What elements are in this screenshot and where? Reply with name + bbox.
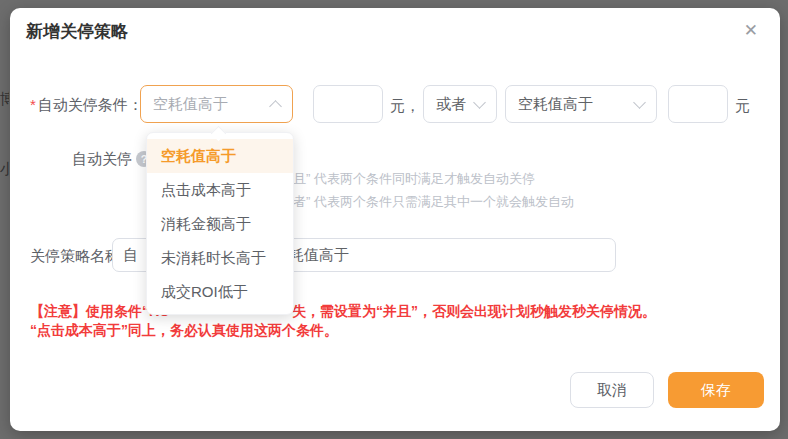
amount-input-2-wrap [668, 85, 728, 123]
dropdown-option[interactable]: 未消耗时长高于 [147, 241, 293, 275]
unit-label-2: 元 [735, 97, 750, 116]
auto-shutdown-label: 自动关停 [72, 150, 132, 169]
logic-select-value: 或者 [436, 95, 475, 114]
condition-dropdown-menu: 空耗值高于 点击成本高于 消耗金额高于 未消耗时长高于 成交ROI低于 [146, 132, 294, 315]
strategy-name-fragment-right: 耗值高于 [289, 239, 349, 271]
unit-label-1: 元， [390, 97, 420, 116]
condition-select-1[interactable]: 空耗值高于 [140, 85, 293, 123]
logic-select[interactable]: 或者 [423, 85, 497, 123]
condition-select-2[interactable]: 空耗值高于 [505, 85, 657, 123]
chevron-down-icon [473, 96, 486, 109]
amount-input-2[interactable] [669, 86, 727, 122]
amount-input-1[interactable] [314, 86, 382, 122]
dropdown-option-selected[interactable]: 空耗值高于 [147, 139, 293, 173]
condition-label-text: 自动关停条件： [38, 96, 143, 113]
notice-line-2: “点击成本高于”同上，务必认真使用这两个条件。 [30, 322, 338, 340]
condition-select-1-value: 空耗值高于 [153, 95, 271, 114]
save-button[interactable]: 保存 [668, 372, 764, 408]
chevron-up-icon [269, 100, 282, 113]
condition-select-2-value: 空耗值高于 [518, 95, 635, 114]
dropdown-option[interactable]: 消耗金额高于 [147, 207, 293, 241]
required-mark: * [30, 96, 36, 113]
strategy-name-fragment-left: 自 [123, 239, 138, 271]
dialog-title: 新增关停策略 [26, 20, 128, 43]
amount-input-1-wrap [313, 85, 383, 123]
notice-line-1-right: 失，需设置为“并且”，否则会出现计划秒触发秒关停情况。 [292, 303, 656, 321]
condition-row-label: *自动关停条件： [30, 96, 143, 115]
add-shutdown-strategy-dialog: 新增关停策略 ✕ *自动关停条件： 空耗值高于 元， 或者 空耗值高于 元 自动… [10, 8, 780, 431]
hint-line-1: 且” 代表两个条件同时满足才触发自动关停 [293, 170, 535, 188]
close-icon[interactable]: ✕ [744, 22, 758, 39]
cancel-button[interactable]: 取消 [570, 372, 654, 408]
chevron-down-icon [633, 96, 646, 109]
background-text-fragment: 小 [0, 160, 9, 178]
background-text-fragment: 博 [0, 90, 9, 108]
hint-line-2: 者” 代表两个条件只需满足其中一个就会触发自动 [293, 193, 574, 211]
dropdown-option[interactable]: 点击成本高于 [147, 173, 293, 207]
dropdown-option[interactable]: 成交ROI低于 [147, 275, 293, 309]
